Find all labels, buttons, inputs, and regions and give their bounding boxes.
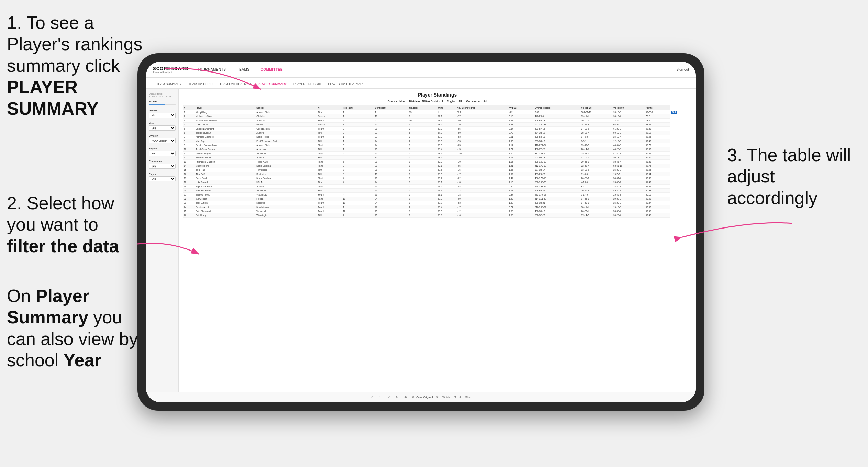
col-yr: Yr xyxy=(317,105,342,110)
region-label: Region xyxy=(149,147,176,150)
nav-right: Sign out xyxy=(676,68,689,71)
table-row: 17David FordNorth CarolinaThird429069.2-… xyxy=(183,176,692,180)
table-row: 9Preston SummerhaysArizona StateThird324… xyxy=(183,143,692,147)
table-row: 15Jake HallTennesseeFifth728168.5-1.51.6… xyxy=(183,168,692,172)
standings-table: # Player School Yr Reg Rank Conf Rank No… xyxy=(183,105,692,218)
redo-button[interactable]: ↪ xyxy=(378,395,383,399)
table-row: 2Michael La SassoOle MissSecond118067.1-… xyxy=(183,114,692,119)
table-row: 20Matthew RiedelVanderbiltFifth623169.3-… xyxy=(183,189,692,193)
toolbar-right: 👁 Watch ⊞ ⊕ Share xyxy=(436,396,472,399)
no-rds-label: No Rds. xyxy=(149,100,176,103)
watch-icon: 👁 xyxy=(436,396,439,399)
conference-select[interactable]: (All) xyxy=(149,164,176,169)
division-select[interactable]: NCAA Division I xyxy=(149,138,176,143)
year-select[interactable]: (All) xyxy=(149,125,176,131)
table-row: 23Jack LundinMissouriFourth1124068.8-2.3… xyxy=(183,201,692,205)
sub-navigation: TEAM SUMMARY TEAM H2H GRID TEAM H2H HEAT… xyxy=(146,78,696,89)
logo-sub: Powered by clippi xyxy=(153,71,189,74)
year-label: Year xyxy=(149,122,176,124)
table-row: 5Christo LamprechtGeorgia TechFourth2212… xyxy=(183,127,692,131)
player-filter: Player (All) xyxy=(149,173,176,181)
nav-committee[interactable]: COMMITTEE xyxy=(258,66,285,73)
sub-nav-team-summary[interactable]: TEAM SUMMARY xyxy=(153,80,185,88)
col-no-rds: No. Rds. xyxy=(408,105,437,110)
range-slider[interactable] xyxy=(149,104,176,105)
logo-area: SCOREBOARD Powered by clippi xyxy=(153,66,189,74)
sign-out-link[interactable]: Sign out xyxy=(676,68,689,71)
main-content: Update time: 27/03/2024 16:56:26 No Rds.… xyxy=(146,89,696,392)
table-row: 26Petr HrubyWashingtonFifth725068.6-1.61… xyxy=(183,213,692,218)
range-fill xyxy=(149,104,165,105)
share-icon[interactable]: ⊕ xyxy=(459,396,462,399)
logo-text: SCOREBOARD xyxy=(153,66,189,71)
table-row: 24Bastien AmatNew MexicoFourth127269.4-1… xyxy=(183,205,692,209)
sub-nav-team-h2h-heatmap[interactable]: TEAM H2H HEATMAP xyxy=(216,80,254,88)
col-wins: Wins xyxy=(437,105,456,110)
col-vs-top25: Vs Top 25 xyxy=(580,105,612,110)
col-adj-score: Adj. Score to Par xyxy=(456,105,508,110)
sub-nav-player-h2h-heatmap[interactable]: PLAYER H2H HEATMAP xyxy=(324,80,366,88)
nav-tournaments[interactable]: TOURNAMENTS xyxy=(196,66,228,73)
sub-nav-player-summary[interactable]: PLAYER SUMMARY xyxy=(254,80,290,88)
table-row: 18Luke PowellUCLAFirst424169.1-1.81.1350… xyxy=(183,180,692,185)
col-points: Points xyxy=(645,105,670,110)
table-row: 13Phichaksn MaichonTexas A&MThird630169.… xyxy=(183,160,692,164)
sub-nav-team-h2h-grid[interactable]: TEAM H2H GRID xyxy=(185,80,216,88)
col-rank: # xyxy=(183,105,194,110)
table-row: 10Jacob Skov OlesenArkansasFifth123068.4… xyxy=(183,147,692,152)
col-player: Player xyxy=(194,105,255,110)
gender-select[interactable]: Men xyxy=(149,113,176,118)
conference-label: Conference xyxy=(149,160,176,163)
col-vs-top50: Vs Top 50 xyxy=(612,105,645,110)
table-row: 4Luke ClatonFloridaSecond127668.2-1.61.9… xyxy=(183,123,692,127)
nav-items: TOURNAMENTS TEAMS COMMITTEE xyxy=(196,66,676,73)
sub-nav-player-h2h-grid[interactable]: PLAYER H2H GRID xyxy=(290,80,324,88)
forward-button[interactable]: ▷ xyxy=(395,395,400,399)
undo-button[interactable]: ↩ xyxy=(369,395,375,399)
table-row: 14Maxwell FordNorth CarolinaThird323069.… xyxy=(183,164,692,168)
annotation-step3-right: 3. The table will adjust accordingly xyxy=(727,144,858,209)
conference-filter: Conference (All) xyxy=(149,160,176,169)
settings-icon[interactable]: ⊞ xyxy=(454,396,456,399)
annotation-step2: 2. Select how you want to filter the dat… xyxy=(7,192,137,257)
share-label[interactable]: Share xyxy=(465,396,472,399)
division-filter: Division NCAA Division I xyxy=(149,135,176,143)
clock-button[interactable]: ⊕ xyxy=(403,395,408,399)
filter-region: Region: All xyxy=(447,100,462,103)
year-filter: Year (All) xyxy=(149,122,176,131)
nav-teams[interactable]: TEAMS xyxy=(235,66,252,73)
tablet-screen: SCOREBOARD Powered by clippi TOURNAMENTS… xyxy=(146,62,696,402)
col-school: School xyxy=(255,105,317,110)
table-filter-row: Gender: Men Division: NCAA Division I Re… xyxy=(183,100,692,103)
col-reg-rank: Reg Rank xyxy=(342,105,374,110)
table-area: Player Standings Gender: Men Division: N… xyxy=(179,89,696,392)
toolbar-view[interactable]: 👁 View: Original xyxy=(412,396,433,399)
col-conf-rank: Conf Rank xyxy=(374,105,408,110)
table-row: 3Michael ThorbjornsenStanfordFourth24106… xyxy=(183,119,692,123)
top-navigation: SCOREBOARD Powered by clippi TOURNAMENTS… xyxy=(146,62,696,78)
table-row: 22Ian GilliganFloridaThird1024168.7-0.91… xyxy=(183,197,692,201)
table-row: 12Brendan ValdesAuburnFifth537068.4-1.11… xyxy=(183,156,692,160)
col-overall-record: Overall Record xyxy=(534,105,580,110)
filter-division: Division: NCAA Division I xyxy=(409,100,443,103)
table-title: Player Standings xyxy=(183,92,692,98)
annotation-step1: 1. To see a Player's rankings summary cl… xyxy=(7,12,151,119)
filter-conference: Conference: All xyxy=(466,100,487,103)
no-rds-filter: No Rds. xyxy=(149,100,176,105)
update-time: Update time: 27/03/2024 16:56:26 xyxy=(149,93,176,98)
division-label: Division xyxy=(149,135,176,137)
table-row: 19Tiger ChristensenArizonaThird523269.2-… xyxy=(183,185,692,189)
watch-label[interactable]: Watch xyxy=(442,396,450,399)
table-row: 21Taehoon SongWashingtonFourth423169.1-1… xyxy=(183,193,692,197)
filter-gender: Gender: Men xyxy=(388,100,405,103)
gender-label: Gender xyxy=(149,109,176,112)
table-row: 6Jackson KoivunAuburnFirst227667.3-2.02.… xyxy=(183,131,692,135)
region-select[interactable]: N/A xyxy=(149,151,176,156)
table-header-row: # Player School Yr Reg Rank Conf Rank No… xyxy=(183,105,692,110)
player-select[interactable]: (All) xyxy=(149,176,176,181)
bottom-toolbar: ↩ ↪ ◁ ▷ ⊕ 👁 View: Original 👁 Watch ⊞ ⊕ S… xyxy=(146,392,696,402)
region-filter: Region N/A xyxy=(149,147,176,156)
table-row: 11Gordon SargentVanderbiltThird421068.7-… xyxy=(183,152,692,156)
annotation-step3-left: On Player Summary you can also view by s… xyxy=(7,285,151,371)
back-button[interactable]: ◁ xyxy=(387,395,391,399)
